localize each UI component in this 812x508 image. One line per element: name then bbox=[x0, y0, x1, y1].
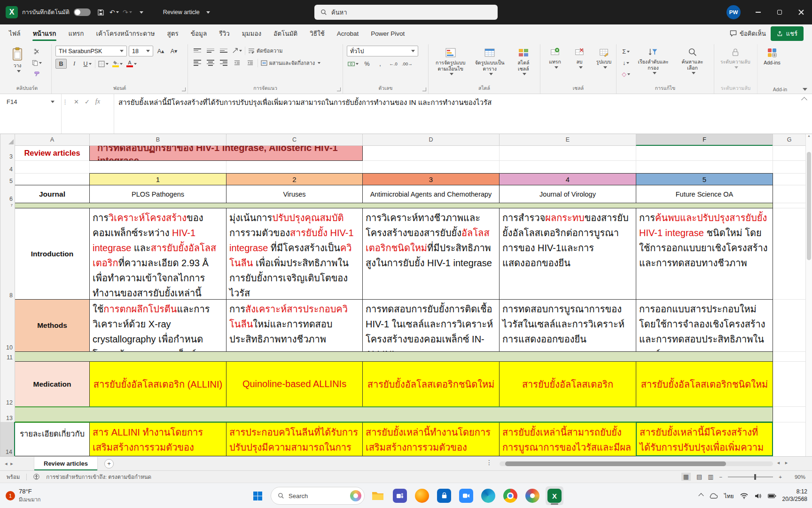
cell-c6-journal[interactable]: Viruses bbox=[226, 185, 363, 203]
tab-acrobat[interactable]: Acrobat bbox=[331, 24, 365, 42]
zoom-out-button[interactable]: − bbox=[719, 474, 723, 480]
cell-d6-journal[interactable]: Antimicrobial Agents and Chemotherapy bbox=[362, 185, 500, 203]
cell-d10-methods[interactable]: การทดสอบการยับยั้งการติดเชื้อ HIV-1 ในเซ… bbox=[362, 299, 500, 352]
underline-button[interactable]: U bbox=[82, 59, 93, 69]
row-header-13[interactable]: 13 bbox=[0, 406, 15, 422]
cell-a12-medication-label[interactable]: Medication bbox=[15, 361, 90, 407]
shrink-font-button[interactable]: A▾ bbox=[168, 46, 180, 56]
cell-f14-details-selected[interactable]: สารยับยั้งเหล่านี้มีโครงสร้างที่ได้รับกา… bbox=[636, 422, 773, 456]
align-left-icon[interactable] bbox=[192, 58, 203, 68]
row-header-14[interactable]: 14 bbox=[0, 422, 15, 456]
redo-icon[interactable]: ↷ bbox=[121, 6, 133, 19]
firefox-icon[interactable] bbox=[413, 486, 431, 505]
excel-logo-icon[interactable]: X bbox=[6, 6, 18, 18]
merge-center-button[interactable]: ผสานและจัดกึ่งกลาง bbox=[260, 58, 321, 68]
chrome-icon[interactable] bbox=[501, 486, 519, 505]
row-13-separator[interactable] bbox=[15, 406, 773, 422]
row-header-5[interactable]: 5 bbox=[0, 173, 15, 185]
collapse-ribbon-icon[interactable] bbox=[803, 88, 807, 91]
decrease-indent-icon[interactable] bbox=[231, 58, 242, 68]
search-input[interactable]: ค้นหา bbox=[314, 5, 498, 20]
avatar[interactable]: PW bbox=[726, 5, 741, 19]
col-header-g[interactable]: G bbox=[773, 134, 806, 146]
autosave-toggle[interactable] bbox=[74, 8, 91, 16]
col-header-f[interactable]: F bbox=[636, 134, 773, 146]
wrap-text-button[interactable]: ตัดข้อความ bbox=[247, 46, 283, 56]
cell-d5-number[interactable]: 3 bbox=[362, 173, 500, 185]
cell-f10-methods[interactable]: การออกแบบสารประกอบใหม่โดยใช้การจำลองเชิง… bbox=[636, 299, 773, 352]
format-painter-icon[interactable] bbox=[31, 69, 43, 79]
row-header-10[interactable]: 10 bbox=[0, 299, 15, 352]
enter-icon[interactable]: ✓ bbox=[85, 98, 90, 105]
zoom-level[interactable]: 90% bbox=[788, 474, 805, 480]
cell-f8-introduction[interactable]: การค้นพบและปรับปรุงสารยับยั้ง HIV-1 inte… bbox=[636, 208, 773, 300]
cell-d8-introduction[interactable]: การวิเคราะห์ทางชีวภาพและโครงสร้างของสารย… bbox=[362, 208, 500, 300]
horizontal-scrollbar[interactable] bbox=[500, 461, 773, 466]
paste-button[interactable]: วาง bbox=[7, 46, 28, 74]
fill-icon[interactable]: ↓ bbox=[620, 58, 632, 68]
horizontal-scrollbar-thumb[interactable] bbox=[505, 461, 726, 466]
col-header-e[interactable]: E bbox=[499, 134, 636, 146]
cell-b5-number[interactable]: 1 bbox=[89, 173, 226, 185]
share-button[interactable]: แชร์ bbox=[771, 26, 804, 41]
cell-e14-details[interactable]: สารยับยั้งเหล่านี้สามารถยับยั้งการบูรณาก… bbox=[499, 422, 636, 456]
normal-view-icon[interactable]: ▦ bbox=[681, 473, 691, 481]
cell-b6-journal[interactable]: PLOS Pathogens bbox=[89, 185, 226, 203]
vertical-scrollbar[interactable]: ▲ bbox=[805, 134, 812, 456]
cell-e10-methods[interactable]: การทดสอบการบูรณาการของไวรัสในเซลล์และการ… bbox=[499, 299, 636, 352]
tab-view[interactable]: มุมมอง bbox=[236, 24, 267, 42]
align-bottom-icon[interactable] bbox=[218, 46, 229, 56]
align-right-icon[interactable] bbox=[218, 58, 229, 68]
number-format-select[interactable]: ทั่วไป bbox=[347, 46, 418, 56]
find-select-button[interactable]: ค้นหาและเลือก bbox=[675, 46, 710, 76]
comments-button[interactable]: ข้อคิดเห็น bbox=[730, 29, 766, 39]
col-header-a[interactable]: A bbox=[15, 134, 90, 146]
onedrive-cloud-icon[interactable] bbox=[709, 492, 718, 499]
col-header-b[interactable]: B bbox=[89, 134, 226, 146]
weather-widget[interactable]: 1 78°F มีเมฆมาก bbox=[6, 483, 41, 508]
zoom-in-button[interactable]: + bbox=[779, 474, 782, 480]
increase-decimal-icon[interactable]: ←.0 bbox=[388, 59, 399, 69]
cell-e12-medication[interactable]: สารยับยั้งอัลโลสเตอริก bbox=[499, 361, 636, 407]
font-color-button[interactable]: A bbox=[125, 59, 138, 69]
copy-icon[interactable] bbox=[31, 58, 43, 68]
align-center-icon[interactable] bbox=[205, 58, 216, 68]
sort-filter-button[interactable]: เรียงลำดับและกรอง bbox=[634, 46, 672, 76]
clock[interactable]: 8:12 20/3/2568 bbox=[782, 488, 807, 503]
cell-a14-details-label[interactable]: รายละเอียดเกี่ยวกับ bbox=[15, 422, 90, 456]
row-header-6[interactable]: 6 bbox=[0, 185, 15, 203]
vertical-scrollbar-thumb[interactable] bbox=[807, 152, 811, 260]
row-header-12[interactable]: 12 bbox=[0, 361, 15, 407]
customize-toolbar-icon[interactable] bbox=[134, 6, 147, 19]
cell-b8-introduction[interactable]: การวิเคราะห์โครงสร้างของคอมเพล็กซ์ระหว่า… bbox=[89, 208, 226, 300]
row-header-4[interactable]: 4 bbox=[0, 160, 15, 174]
alignment-dialog-launcher-icon[interactable] bbox=[337, 87, 341, 91]
col-header-d[interactable]: D bbox=[362, 134, 500, 146]
increase-indent-icon[interactable] bbox=[244, 58, 256, 68]
grow-font-button[interactable]: A▴ bbox=[155, 46, 166, 56]
select-all-corner[interactable] bbox=[0, 134, 15, 146]
sheet-tab-review-articles[interactable]: Review articles bbox=[34, 457, 98, 470]
cell-d14-details[interactable]: สารยับยั้งเหล่านี้ทำงานโดยการเสริมสร้างก… bbox=[362, 422, 500, 456]
cell-c10-methods[interactable]: การสังเคราะห์สารประกอบควิโนลีนใหม่และการ… bbox=[226, 299, 363, 352]
tab-formulas[interactable]: สูตร bbox=[161, 24, 184, 42]
tab-insert[interactable]: แทรก bbox=[62, 24, 90, 42]
workbook-title[interactable]: Review article bbox=[163, 9, 200, 16]
decrease-decimal-icon[interactable]: .00→ bbox=[401, 59, 414, 69]
cell-b10-methods[interactable]: ใช้การตกผลึกโปรตีนและการวิเคราะห์ด้วย X-… bbox=[89, 299, 226, 352]
accessibility-status[interactable]: การช่วยสำหรับการเข้าถึง: ตรงตามข้อกำหนด bbox=[46, 473, 151, 481]
cell-b3-title[interactable]: การทดสอบปฏิกิริยาของ HIV-1 integrase, Al… bbox=[89, 145, 363, 161]
file-explorer-icon[interactable] bbox=[369, 486, 387, 505]
volume-icon[interactable] bbox=[754, 493, 762, 499]
windows-start-icon[interactable] bbox=[249, 486, 266, 505]
insert-cells-button[interactable]: แทรก bbox=[544, 46, 566, 70]
name-box[interactable]: F14 bbox=[3, 96, 58, 107]
align-top-icon[interactable] bbox=[192, 46, 203, 56]
add-sheet-button[interactable]: + bbox=[104, 459, 114, 468]
close-button[interactable] bbox=[790, 0, 812, 24]
fill-color-button[interactable] bbox=[111, 59, 124, 69]
align-middle-icon[interactable] bbox=[205, 46, 216, 56]
clear-icon[interactable]: ◇ bbox=[620, 69, 632, 79]
row-header-8[interactable]: 8 bbox=[0, 208, 15, 300]
undo-icon[interactable]: ↶ bbox=[108, 6, 120, 19]
